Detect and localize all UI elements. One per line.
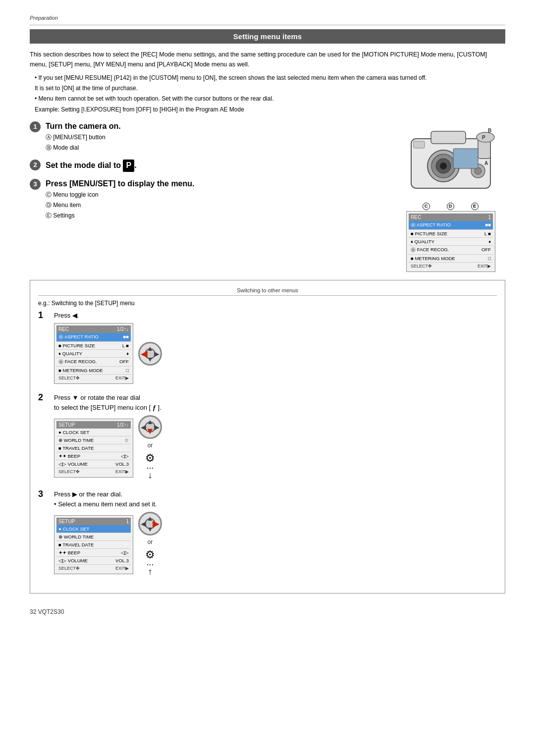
- camera-illustration: P B A: [401, 121, 500, 196]
- step-2-title: Set the mode dial to P.: [46, 160, 137, 172]
- page-footer: 32 VQT2S30: [30, 608, 505, 615]
- sw-step-2-text: Press ▼ or rotate the rear dialto select…: [54, 393, 497, 412]
- rear-dial-dots: •••: [147, 466, 153, 470]
- rear-dial-icon-3: ⚙ ••• ↑: [145, 548, 155, 577]
- dial-left-arrow2: ◀: [141, 423, 146, 431]
- cde-labels: C D E: [423, 203, 480, 210]
- rear-dial-symbol-3: ⚙: [145, 548, 155, 561]
- svg-point-6: [440, 162, 447, 169]
- section-title: Setting menu items: [30, 29, 505, 44]
- intro-bullet1: • If you set [MENU RESUME] (P142) in the…: [35, 73, 505, 83]
- sw-step-2-num: 2: [38, 393, 46, 402]
- dial-left-arrow: ◀: [141, 348, 148, 359]
- step-3-number: 3: [30, 179, 41, 190]
- step-2-number: 2: [30, 160, 41, 170]
- step-1-sub-b: Ⓑ Mode dial: [46, 143, 121, 153]
- intro-bullet4: Example: Setting [I.EXPOSURE] from [OFF]…: [35, 105, 505, 114]
- svg-text:P: P: [482, 135, 485, 140]
- sw-step-3: 3 Press ▶ or the rear dial.• Select a me…: [38, 489, 497, 577]
- svg-text:B: B: [488, 128, 491, 133]
- sw-step-3-screen: SETUP1 ● CLOCK SET ⊕ WORLD TIME ■ TRAVEL…: [54, 515, 133, 574]
- step-3-title: Press [MENU/SET] to display the menu.: [46, 179, 195, 189]
- label-d: D: [447, 203, 455, 210]
- dial-right-arrow2: ▶: [154, 423, 160, 431]
- sw-step-1-num: 1: [38, 311, 46, 320]
- sw-step-1-nav: ▲ ▼ ◀ ▶: [138, 342, 162, 366]
- dial-down-arrow2: ▼: [146, 426, 155, 436]
- switching-sub: e.g.: Switching to the [SETUP] menu: [38, 300, 497, 307]
- intro-bullet3: • Menu item cannot be set with touch ope…: [35, 94, 505, 104]
- dial-right-arrow: ▶: [154, 350, 160, 358]
- switching-title: Switching to other menus: [38, 287, 497, 296]
- label-c: C: [423, 203, 431, 210]
- intro-block: This section describes how to select the…: [30, 50, 505, 114]
- menu-screen-illustration: C D E REC1 ㊙ ASPECT RATIO■■ ■ PICTURE SI…: [406, 203, 495, 272]
- sw-step-1-visuals: REC1/2↑↓ ㊙ ASPECT RATIO■■ ■ PICTURE SIZE…: [54, 323, 497, 384]
- svg-rect-7: [414, 141, 425, 148]
- sw-step-2-content: Press ▼ or rotate the rear dialto select…: [54, 393, 497, 481]
- label-e: E: [471, 203, 480, 210]
- switching-box: Switching to other menus e.g.: Switching…: [30, 280, 505, 594]
- step-2-block: 2 Set the mode dial to P.: [30, 160, 386, 172]
- or-label-3: or: [148, 539, 153, 545]
- p-mode-icon: P: [123, 160, 134, 172]
- dial-left-icon: ▲ ▼ ◀ ▶: [138, 342, 162, 366]
- step-2-content: Set the mode dial to P.: [46, 160, 137, 172]
- step-1-number: 1: [30, 121, 41, 132]
- step-1-content: Turn the camera on. Ⓐ [MENU/SET] button …: [46, 121, 121, 153]
- down-arrow-indicator: ↓: [148, 470, 153, 481]
- dial-right-arrow3: ▶: [153, 518, 160, 529]
- sw-step-3-content: Press ▶ or the rear dial.• Select a menu…: [54, 489, 497, 577]
- svg-rect-14: [453, 149, 478, 168]
- menu-screen-top: REC1 ㊙ ASPECT RATIO■■ ■ PICTURE SIZEL ■ …: [406, 211, 495, 272]
- sw-step-1: 1 Press ◀. REC1/2↑↓ ㊙ ASPECT RATIO■■ ■ P…: [38, 311, 497, 384]
- sw-step-1-screen: REC1/2↑↓ ㊙ ASPECT RATIO■■ ■ PICTURE SIZE…: [54, 323, 133, 384]
- sw-step-1-text: Press ◀.: [54, 311, 497, 321]
- intro-bullet2: It is set to [ON] at the time of purchas…: [35, 84, 505, 93]
- sw-step-2-visuals: SETUP1/2↑↓ ● CLOCK SET ⊕ WORLD TIME☆ ■ T…: [54, 415, 497, 481]
- dial-up-arrow2: ▲: [147, 418, 154, 426]
- intro-p1: This section describes how to select the…: [30, 50, 505, 69]
- svg-rect-2: [431, 131, 466, 144]
- rear-dial-icon: ⚙ ••• ↓: [145, 452, 155, 481]
- step-3-sub-c: Ⓒ Menu toggle icon: [46, 190, 195, 200]
- sw-step-3-text: Press ▶ or the rear dial.• Select a menu…: [54, 489, 497, 509]
- svg-text:A: A: [484, 161, 488, 166]
- dial-up-arrow: ▲: [147, 344, 154, 352]
- step-1-title: Turn the camera on.: [46, 121, 121, 132]
- step-3-block: 3 Press [MENU/SET] to display the menu. …: [30, 179, 386, 220]
- sw-step-2-screen: SETUP1/2↑↓ ● CLOCK SET ⊕ WORLD TIME☆ ■ T…: [54, 419, 133, 478]
- main-content: 1 Turn the camera on. Ⓐ [MENU/SET] butto…: [30, 121, 505, 272]
- rear-dial-dots-3: •••: [147, 562, 153, 567]
- step-3-content: Press [MENU/SET] to display the menu. Ⓒ …: [46, 179, 195, 220]
- image-column: P B A C D E REC1: [396, 121, 505, 272]
- svg-point-8: [477, 132, 494, 142]
- up-arrow-indicator: ↑: [148, 567, 153, 577]
- step-1-sub-a: Ⓐ [MENU/SET] button: [46, 133, 121, 142]
- step-1-block: 1 Turn the camera on. Ⓐ [MENU/SET] butto…: [30, 121, 386, 153]
- rear-dial-symbol: ⚙: [145, 452, 155, 465]
- sw-step-3-visuals: SETUP1 ● CLOCK SET ⊕ WORLD TIME ■ TRAVEL…: [54, 512, 497, 577]
- sw-step-3-nav: ▲ ▼ ◀ ▶ or ⚙ ••• ↑: [138, 512, 162, 577]
- sw-step-3-num: 3: [38, 489, 46, 498]
- sw-step-1-content: Press ◀. REC1/2↑↓ ㊙ ASPECT RATIO■■ ■ PIC…: [54, 311, 497, 384]
- step-3-sub-e: Ⓔ Settings: [46, 211, 195, 220]
- dial-right-icon: ▲ ▼ ◀ ▶: [138, 512, 162, 536]
- step-3-sub-d: Ⓓ Menu item: [46, 201, 195, 210]
- sw-step-2: 2 Press ▼ or rotate the rear dialto sele…: [38, 393, 497, 481]
- sw-step-2-nav: ▲ ▼ ◀ ▶ or ⚙ ••• ↓: [138, 415, 162, 481]
- page-label: Preparation: [30, 15, 505, 21]
- or-label-2: or: [148, 442, 153, 449]
- dial-down-icon: ▲ ▼ ◀ ▶: [138, 415, 162, 439]
- steps-column: 1 Turn the camera on. Ⓐ [MENU/SET] butto…: [30, 121, 386, 272]
- dial-left-arrow3: ◀: [141, 520, 146, 528]
- dial-down-arrow: ▼: [147, 355, 154, 363]
